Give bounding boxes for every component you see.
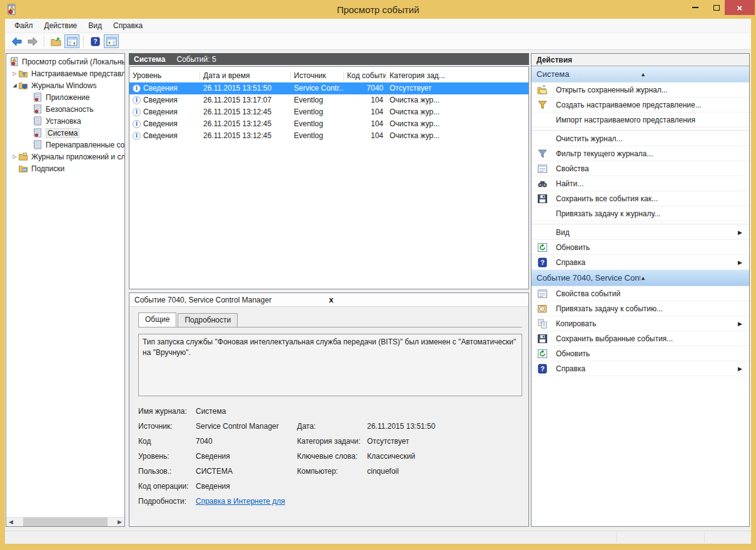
- close-button[interactable]: ×: [725, 0, 755, 15]
- event-row[interactable]: iСведения 26.11.2015 13:17:07 Eventlog 1…: [129, 94, 528, 106]
- tree-item-setup-log[interactable]: Установка: [6, 115, 124, 127]
- status-bar: [5, 531, 751, 544]
- event-row[interactable]: iСведения 26.11.2015 13:51:50 Service Co…: [129, 82, 528, 94]
- field-value: Service Control Manager: [196, 422, 297, 431]
- submenu-arrow-icon: ▶: [738, 259, 749, 266]
- properties-icon: [537, 164, 548, 174]
- field-value: Классический: [367, 452, 528, 461]
- menu-action[interactable]: Действие: [39, 19, 83, 32]
- title-bar: Просмотр событий ×: [0, 0, 756, 19]
- action-properties[interactable]: Свойства: [532, 161, 749, 176]
- collapse-icon[interactable]: ▲: [640, 71, 744, 78]
- information-icon: i: [133, 132, 141, 140]
- field-value: Отсутствует: [367, 437, 528, 446]
- scrollbar-track[interactable]: [16, 518, 115, 527]
- console-tree-panel: Просмотр событий (Локальнь ▷ Настраиваем…: [6, 53, 125, 527]
- save-icon: [537, 194, 548, 204]
- svg-text:?: ?: [540, 365, 545, 372]
- chevron-expanded-icon[interactable]: ◢: [11, 82, 18, 88]
- event-row[interactable]: iСведения 26.11.2015 13:12:45 Eventlog 1…: [129, 130, 528, 142]
- export-list-button[interactable]: [48, 34, 63, 48]
- action-pane-toggle-button[interactable]: [104, 34, 119, 48]
- action-refresh[interactable]: Обновить: [532, 240, 749, 255]
- menu-view[interactable]: Вид: [83, 19, 108, 32]
- tree-item-windows-logs[interactable]: ◢ Журналы Windows: [6, 79, 124, 91]
- scroll-right-icon[interactable]: ▶: [115, 519, 124, 525]
- action-import-custom-view[interactable]: Импорт настраиваемого представления: [532, 112, 749, 128]
- tree-item-apps-services-logs[interactable]: ▷ Журналы приложений и сл: [6, 151, 124, 162]
- column-source[interactable]: Источник: [291, 71, 344, 81]
- chevron-collapsed-icon[interactable]: ▷: [11, 71, 18, 76]
- tree-item-security-log[interactable]: Безопасность: [6, 103, 124, 115]
- action-attach-task-to-event[interactable]: Привязать задачу к событию...: [532, 301, 749, 316]
- column-task-category[interactable]: Категория зад...: [386, 71, 528, 81]
- event-detail-pane: Событие 7040, Service Control Manager x …: [129, 292, 529, 527]
- event-row[interactable]: iСведения 26.11.2015 13:12:45 Eventlog 1…: [129, 106, 528, 118]
- tree-item-event-viewer-root[interactable]: Просмотр событий (Локальнь: [6, 56, 124, 68]
- help-button[interactable]: ?: [88, 34, 103, 48]
- action-save-selected-events[interactable]: Сохранить выбранные события...: [532, 331, 749, 346]
- toolbar-separator: [83, 36, 84, 47]
- center-pane: Система Событий: 5 Уровень Дата и время …: [129, 53, 529, 527]
- status-separator: [704, 532, 705, 542]
- filter-icon: [537, 149, 548, 159]
- tab-details[interactable]: Подробности: [178, 313, 238, 328]
- tab-general[interactable]: Общие: [138, 312, 176, 327]
- actions-section-system-header[interactable]: Система ▲: [532, 66, 749, 82]
- forward-icon: [28, 37, 38, 46]
- action-find[interactable]: Найти...: [532, 176, 749, 191]
- action-help[interactable]: ? Справка ▶: [532, 255, 749, 270]
- help-icon: ?: [537, 364, 548, 374]
- action-open-saved-log[interactable]: Открыть сохраненный журнал...: [532, 82, 749, 98]
- action-filter-current-log[interactable]: Фильтр текущего журнала...: [532, 146, 749, 161]
- scrollbar-thumb[interactable]: [23, 518, 108, 527]
- scroll-left-icon[interactable]: ◀: [6, 519, 16, 525]
- action-save-all-events[interactable]: Сохранить все события как...: [532, 191, 749, 206]
- maximize-icon: [713, 5, 720, 11]
- detail-close-icon[interactable]: x: [329, 295, 523, 304]
- svg-text:?: ?: [93, 38, 97, 45]
- menu-help[interactable]: Справка: [108, 19, 148, 32]
- event-row[interactable]: iСведения 26.11.2015 13:12:45 Eventlog 1…: [129, 118, 528, 130]
- action-attach-task-to-log[interactable]: Привязать задачу к журналу...: [532, 206, 749, 221]
- refresh-icon: [537, 242, 548, 252]
- column-event-id[interactable]: Код события: [344, 71, 386, 81]
- action-event-properties[interactable]: Свойства событий: [532, 286, 749, 301]
- information-icon: i: [133, 108, 141, 116]
- tree-item-forwarded-events-log[interactable]: Перенаправленные соб: [6, 139, 124, 151]
- console-tree-toggle-button[interactable]: [64, 34, 79, 48]
- action-create-custom-view[interactable]: Создать настраиваемое представление...: [532, 98, 749, 112]
- tree-item-subscriptions[interactable]: Подписки: [6, 162, 124, 174]
- column-level[interactable]: Уровень: [129, 71, 200, 81]
- tree-item-application-log[interactable]: Приложение: [6, 91, 124, 103]
- minimize-icon: [692, 7, 698, 8]
- action-refresh-event[interactable]: Обновить: [532, 346, 749, 361]
- properties-icon: [537, 289, 548, 299]
- tree-horizontal-scrollbar[interactable]: ◀ ▶: [6, 517, 124, 526]
- windows-logs-folder-icon: [18, 81, 28, 90]
- action-help-event[interactable]: ? Справка ▶: [532, 361, 749, 376]
- action-view[interactable]: Вид ▶: [532, 225, 749, 240]
- tree-item-system-log[interactable]: Система: [6, 127, 124, 139]
- event-viewer-window: Просмотр событий × Файл Действие Вид Спр…: [0, 0, 756, 550]
- field-value: 7040: [196, 437, 297, 446]
- actions-section-event-header[interactable]: Событие 7040, Service Control Manager ▲: [532, 270, 749, 286]
- action-clear-log[interactable]: Очистить журнал...: [532, 131, 749, 146]
- column-datetime[interactable]: Дата и время: [200, 71, 291, 81]
- field-label: Подробности:: [138, 497, 196, 506]
- menu-file[interactable]: Файл: [9, 19, 39, 32]
- chevron-collapsed-icon[interactable]: ▷: [11, 154, 18, 159]
- event-list: Уровень Дата и время Источник Код событи…: [129, 66, 529, 289]
- information-icon: i: [133, 120, 141, 128]
- field-label: Код операции:: [138, 482, 196, 491]
- toolbar: ?: [5, 33, 751, 50]
- forward-button[interactable]: [25, 34, 40, 48]
- tree-item-custom-views[interactable]: ▷ Настраиваемые представле: [6, 68, 124, 79]
- back-button[interactable]: [9, 34, 24, 48]
- action-copy[interactable]: Копировать ▶: [532, 316, 749, 331]
- collapse-icon[interactable]: ▲: [640, 275, 744, 281]
- online-help-link[interactable]: Справка в Интернете для: [196, 497, 297, 506]
- minimize-button[interactable]: [686, 0, 705, 15]
- maximize-button[interactable]: [707, 0, 726, 15]
- detail-title-bar: Событие 7040, Service Control Manager x: [129, 293, 528, 307]
